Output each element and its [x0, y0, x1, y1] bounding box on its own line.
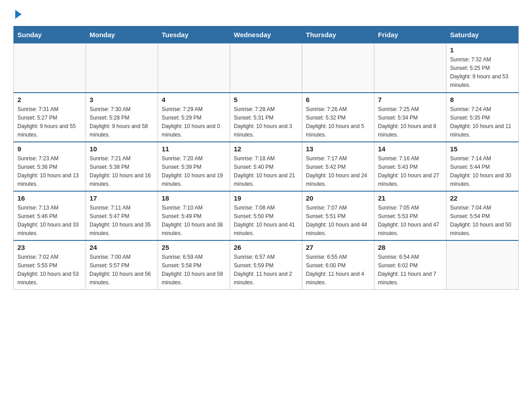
calendar-cell: 20Sunrise: 7:07 AM Sunset: 5:51 PM Dayli… [302, 191, 374, 240]
calendar-cell: 11Sunrise: 7:20 AM Sunset: 5:39 PM Dayli… [158, 142, 230, 191]
calendar-table: SundayMondayTuesdayWednesdayThursdayFrid… [13, 26, 519, 290]
week-row-5: 23Sunrise: 7:02 AM Sunset: 5:55 PM Dayli… [14, 240, 519, 290]
weekday-header-sunday: Sunday [14, 26, 86, 43]
calendar-cell: 6Sunrise: 7:26 AM Sunset: 5:32 PM Daylig… [302, 93, 374, 142]
day-number: 16 [17, 194, 82, 202]
day-number: 11 [162, 145, 226, 153]
day-number: 17 [90, 194, 154, 202]
calendar-cell: 17Sunrise: 7:11 AM Sunset: 5:47 PM Dayli… [86, 191, 158, 240]
day-info: Sunrise: 7:25 AM Sunset: 5:34 PM Dayligh… [378, 106, 436, 138]
calendar-cell [158, 43, 230, 93]
week-row-3: 9Sunrise: 7:23 AM Sunset: 5:36 PM Daylig… [14, 142, 519, 191]
day-number: 23 [17, 244, 82, 251]
weekday-header-thursday: Thursday [302, 26, 374, 43]
calendar-cell: 12Sunrise: 7:18 AM Sunset: 5:40 PM Dayli… [230, 142, 302, 191]
day-number: 22 [450, 194, 515, 202]
day-info: Sunrise: 7:05 AM Sunset: 5:53 PM Dayligh… [378, 205, 439, 236]
weekday-header-row: SundayMondayTuesdayWednesdayThursdayFrid… [14, 26, 519, 43]
day-info: Sunrise: 7:00 AM Sunset: 5:57 PM Dayligh… [90, 254, 151, 286]
day-number: 25 [162, 244, 226, 251]
day-number: 6 [306, 96, 370, 103]
day-info: Sunrise: 7:26 AM Sunset: 5:32 PM Dayligh… [306, 106, 364, 138]
page-header [13, 9, 519, 18]
day-number: 27 [306, 244, 370, 251]
calendar-cell: 13Sunrise: 7:17 AM Sunset: 5:42 PM Dayli… [302, 142, 374, 191]
day-info: Sunrise: 7:18 AM Sunset: 5:40 PM Dayligh… [234, 155, 295, 187]
day-info: Sunrise: 6:54 AM Sunset: 6:02 PM Dayligh… [378, 254, 436, 286]
day-info: Sunrise: 7:32 AM Sunset: 5:25 PM Dayligh… [450, 56, 508, 88]
day-info: Sunrise: 7:21 AM Sunset: 5:38 PM Dayligh… [90, 155, 151, 187]
calendar-cell: 14Sunrise: 7:16 AM Sunset: 5:43 PM Dayli… [374, 142, 446, 191]
logo-arrow-icon [15, 10, 21, 19]
day-number: 1 [450, 46, 515, 54]
calendar-cell: 7Sunrise: 7:25 AM Sunset: 5:34 PM Daylig… [374, 93, 446, 142]
day-info: Sunrise: 7:29 AM Sunset: 5:29 PM Dayligh… [162, 106, 220, 138]
day-info: Sunrise: 7:02 AM Sunset: 5:55 PM Dayligh… [17, 254, 79, 286]
week-row-2: 2Sunrise: 7:31 AM Sunset: 5:27 PM Daylig… [14, 93, 519, 142]
day-info: Sunrise: 7:17 AM Sunset: 5:42 PM Dayligh… [306, 155, 367, 187]
day-number: 12 [234, 145, 298, 153]
day-number: 18 [162, 194, 226, 202]
day-number: 21 [378, 194, 442, 202]
day-info: Sunrise: 7:07 AM Sunset: 5:51 PM Dayligh… [306, 205, 367, 236]
calendar-cell: 27Sunrise: 6:55 AM Sunset: 6:00 PM Dayli… [302, 240, 374, 290]
day-info: Sunrise: 7:08 AM Sunset: 5:50 PM Dayligh… [234, 205, 295, 236]
calendar-cell [230, 43, 302, 93]
calendar-cell: 5Sunrise: 7:28 AM Sunset: 5:31 PM Daylig… [230, 93, 302, 142]
week-row-1: 1Sunrise: 7:32 AM Sunset: 5:25 PM Daylig… [14, 43, 519, 93]
day-number: 26 [234, 244, 298, 251]
weekday-header-wednesday: Wednesday [230, 26, 302, 43]
day-number: 9 [17, 145, 82, 153]
day-info: Sunrise: 7:10 AM Sunset: 5:49 PM Dayligh… [162, 205, 223, 236]
calendar-cell: 2Sunrise: 7:31 AM Sunset: 5:27 PM Daylig… [14, 93, 86, 142]
calendar-cell: 8Sunrise: 7:24 AM Sunset: 5:35 PM Daylig… [446, 93, 519, 142]
calendar-cell: 24Sunrise: 7:00 AM Sunset: 5:57 PM Dayli… [86, 240, 158, 290]
calendar-cell: 15Sunrise: 7:14 AM Sunset: 5:44 PM Dayli… [446, 142, 519, 191]
day-info: Sunrise: 7:28 AM Sunset: 5:31 PM Dayligh… [234, 106, 292, 138]
calendar-cell: 22Sunrise: 7:04 AM Sunset: 5:54 PM Dayli… [446, 191, 519, 240]
day-info: Sunrise: 7:24 AM Sunset: 5:35 PM Dayligh… [450, 106, 511, 138]
weekday-header-friday: Friday [374, 26, 446, 43]
calendar-cell: 1Sunrise: 7:32 AM Sunset: 5:25 PM Daylig… [446, 43, 519, 93]
day-number: 5 [234, 96, 298, 103]
day-info: Sunrise: 7:16 AM Sunset: 5:43 PM Dayligh… [378, 155, 439, 187]
day-info: Sunrise: 7:11 AM Sunset: 5:47 PM Dayligh… [90, 205, 151, 236]
calendar-cell: 3Sunrise: 7:30 AM Sunset: 5:28 PM Daylig… [86, 93, 158, 142]
calendar-cell [86, 43, 158, 93]
day-number: 4 [162, 96, 226, 103]
weekday-header-monday: Monday [86, 26, 158, 43]
day-info: Sunrise: 6:57 AM Sunset: 5:59 PM Dayligh… [234, 254, 292, 286]
day-number: 7 [378, 96, 442, 103]
day-number: 28 [378, 244, 442, 251]
calendar-cell: 21Sunrise: 7:05 AM Sunset: 5:53 PM Dayli… [374, 191, 446, 240]
day-number: 20 [306, 194, 370, 202]
day-number: 2 [17, 96, 82, 103]
day-info: Sunrise: 7:20 AM Sunset: 5:39 PM Dayligh… [162, 155, 223, 187]
calendar-cell [302, 43, 374, 93]
calendar-cell [14, 43, 86, 93]
day-info: Sunrise: 7:31 AM Sunset: 5:27 PM Dayligh… [17, 106, 76, 138]
logo [13, 9, 21, 18]
calendar-cell: 16Sunrise: 7:13 AM Sunset: 5:46 PM Dayli… [14, 191, 86, 240]
weekday-header-tuesday: Tuesday [158, 26, 230, 43]
day-info: Sunrise: 7:13 AM Sunset: 5:46 PM Dayligh… [17, 205, 79, 236]
calendar-cell: 4Sunrise: 7:29 AM Sunset: 5:29 PM Daylig… [158, 93, 230, 142]
day-number: 3 [90, 96, 154, 103]
day-number: 24 [90, 244, 154, 251]
day-number: 10 [90, 145, 154, 153]
day-number: 15 [450, 145, 515, 153]
day-info: Sunrise: 7:14 AM Sunset: 5:44 PM Dayligh… [450, 155, 511, 187]
day-info: Sunrise: 7:23 AM Sunset: 5:36 PM Dayligh… [17, 155, 79, 187]
day-number: 14 [378, 145, 442, 153]
calendar-cell: 25Sunrise: 6:59 AM Sunset: 5:58 PM Dayli… [158, 240, 230, 290]
calendar-cell: 9Sunrise: 7:23 AM Sunset: 5:36 PM Daylig… [14, 142, 86, 191]
calendar-cell [374, 43, 446, 93]
calendar-cell: 26Sunrise: 6:57 AM Sunset: 5:59 PM Dayli… [230, 240, 302, 290]
day-number: 13 [306, 145, 370, 153]
week-row-4: 16Sunrise: 7:13 AM Sunset: 5:46 PM Dayli… [14, 191, 519, 240]
calendar-cell: 18Sunrise: 7:10 AM Sunset: 5:49 PM Dayli… [158, 191, 230, 240]
day-info: Sunrise: 7:30 AM Sunset: 5:28 PM Dayligh… [90, 106, 148, 138]
calendar-cell: 19Sunrise: 7:08 AM Sunset: 5:50 PM Dayli… [230, 191, 302, 240]
calendar-cell: 23Sunrise: 7:02 AM Sunset: 5:55 PM Dayli… [14, 240, 86, 290]
calendar-cell [446, 240, 519, 290]
